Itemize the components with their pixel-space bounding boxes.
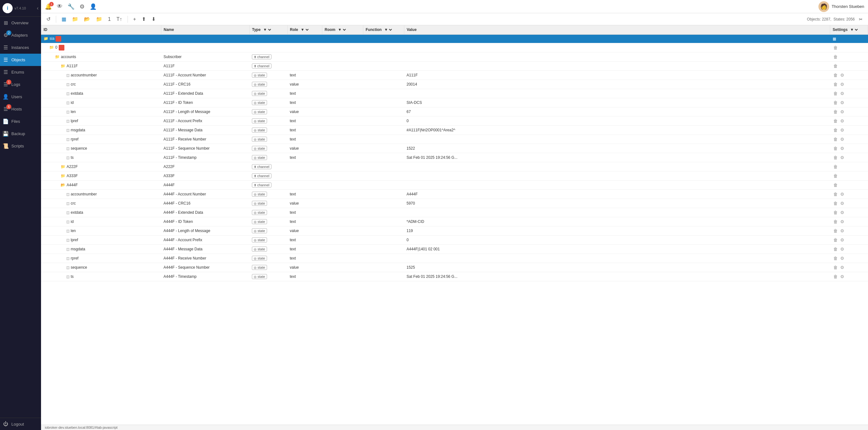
edit-button[interactable]: ⚙ <box>840 99 845 106</box>
edit-button[interactable]: ⚙ <box>840 191 845 197</box>
view-table-button[interactable]: ▦ <box>60 15 68 23</box>
table-row[interactable]: ◫rprefA111F - Receive Number◎ statetext🗑… <box>41 135 868 144</box>
delete-button[interactable]: 🗑 <box>833 109 838 115</box>
notification-button[interactable]: 🔔 1 <box>45 3 52 10</box>
table-row[interactable]: 📁A333FA333F⬆ channel🗑 <box>41 172 868 181</box>
edit-button[interactable]: ⚙ <box>840 246 845 252</box>
edit-button[interactable]: ⚙ <box>840 127 845 133</box>
add-button[interactable]: + <box>132 16 137 23</box>
sidebar-item-hosts[interactable]: ☰ Hosts 6 <box>0 103 41 115</box>
edit-button[interactable]: ⚙ <box>840 154 845 161</box>
import-button[interactable]: ⬆ <box>140 15 147 23</box>
edit-button[interactable]: ⚙ <box>840 145 845 152</box>
delete-button[interactable]: 🗑 <box>833 264 838 271</box>
sidebar-item-files[interactable]: 📄 Files <box>0 115 41 127</box>
edit-button[interactable]: ⚙ <box>840 81 845 88</box>
table-row[interactable]: 📁0🗑 <box>41 43 868 53</box>
table-row[interactable]: 📁sia▦ <box>41 34 868 43</box>
table-row[interactable]: ◫lprefA444F - Account Prefix◎ statetext0… <box>41 236 868 245</box>
delete-button[interactable]: 🗑 <box>833 90 838 97</box>
sidebar-item-scripts[interactable]: 📜 Scripts <box>0 140 41 152</box>
delete-button[interactable]: 🗑 <box>833 209 838 216</box>
delete-button[interactable]: 🗑 <box>833 99 838 106</box>
edit-button[interactable]: ⚙ <box>840 136 845 143</box>
delete-button[interactable]: 🗑 <box>833 63 838 69</box>
sidebar-item-overview[interactable]: ⊞ Overview <box>0 17 41 29</box>
table-row[interactable]: ◫extdataA444F - Extended Data◎ statetext… <box>41 208 868 217</box>
table-row[interactable]: ◫idA444F - ID Token◎ statetext*ADM-CID🗑⚙ <box>41 217 868 226</box>
delete-button[interactable]: 🗑 <box>833 200 838 207</box>
table-row[interactable]: ◫idA111F - ID Token◎ statetextSIA-DCS🗑⚙ <box>41 98 868 108</box>
delete-button[interactable]: 🗑 <box>833 273 838 280</box>
sidebar-item-instances[interactable]: ☰ Instances <box>0 41 41 54</box>
delete-button[interactable]: 🗑 <box>833 191 838 197</box>
edit-button[interactable]: ⚙ <box>840 209 845 216</box>
type-filter-select[interactable]: ▼ <box>262 27 272 32</box>
table-row[interactable]: 📂A444FA444F⬆ channel🗑 <box>41 181 868 190</box>
visibility-button[interactable]: 👁 <box>57 3 62 10</box>
delete-button[interactable]: 🗑 <box>833 163 838 170</box>
delete-button[interactable]: 🗑 <box>833 173 838 179</box>
scissors-button[interactable]: ✂ <box>857 16 864 23</box>
settings-filter-select[interactable]: ▼ <box>849 27 859 32</box>
room-filter-select[interactable]: ▼ <box>337 27 347 32</box>
table-row[interactable]: ◫extdataA111F - Extended Data◎ statetext… <box>41 89 868 98</box>
sidebar-item-enums[interactable]: ☰ Enums <box>0 66 41 78</box>
table-row[interactable]: 📁A111FA111F⬆ channel🗑 <box>41 62 868 71</box>
table-row[interactable]: ◫msgdataA111F - Message Data◎ statetext#… <box>41 126 868 135</box>
delete-button[interactable]: 🗑 <box>833 246 838 252</box>
export-button[interactable]: ⬇ <box>150 15 157 23</box>
sidebar-toggle[interactable]: ‹ <box>37 5 38 11</box>
filter-button[interactable]: 1 <box>106 16 112 23</box>
sidebar-item-logs[interactable]: ☰ Logs 1 <box>0 78 41 91</box>
delete-button[interactable]: 🗑 <box>833 182 838 188</box>
delete-button[interactable]: 🗑 <box>833 118 838 124</box>
delete-button[interactable]: 🗑 <box>833 72 838 78</box>
delete-button[interactable]: 🗑 <box>833 54 838 60</box>
delete-button[interactable]: 🗑 <box>833 154 838 161</box>
tools-button[interactable]: 🔧 <box>67 3 74 10</box>
table-row[interactable]: ◫msgdataA444F - Message Data◎ statetextA… <box>41 245 868 254</box>
delete-button[interactable]: 🗑 <box>833 218 838 225</box>
delete-button[interactable]: 🗑 <box>833 237 838 243</box>
table-row[interactable]: ◫sequenceA111F - Sequence Number◎ statev… <box>41 144 868 153</box>
table-row[interactable]: 📁A222FA222F⬆ channel🗑 <box>41 162 868 172</box>
table-row[interactable]: ◫lenA111F - Length of Message◎ statevalu… <box>41 108 868 117</box>
edit-button[interactable]: ⚙ <box>840 200 845 207</box>
table-row[interactable]: ◫tsA444F - Timestamp◎ statetextSat Feb 0… <box>41 272 868 281</box>
delete-button[interactable]: 🗑 <box>833 136 838 143</box>
table-row[interactable]: ◫rprefA444F - Receive Number◎ statetext🗑… <box>41 254 868 263</box>
refresh-button[interactable]: ↺ <box>45 15 52 23</box>
sidebar-item-backup[interactable]: 💾 Backup <box>0 127 41 140</box>
table-row[interactable]: ◫sequenceA444F - Sequence Number◎ statev… <box>41 263 868 272</box>
delete-button[interactable]: 🗑 <box>833 227 838 234</box>
sort-button[interactable]: T↑ <box>115 16 124 23</box>
edit-button[interactable]: ⚙ <box>840 90 845 97</box>
sidebar-item-adapters[interactable]: ⚙ Adapters 2 <box>0 29 41 41</box>
table-row[interactable]: ◫crcA111F - CRC16◎ statevalue20014🗑⚙ <box>41 80 868 89</box>
edit-button[interactable]: ⚙ <box>840 255 845 262</box>
edit-button[interactable]: ⚙ <box>840 273 845 280</box>
profile-button[interactable]: 👤 <box>90 3 97 10</box>
delete-button[interactable]: 🗑 <box>833 145 838 152</box>
role-filter-select[interactable]: ▼ <box>300 27 310 32</box>
edit-button[interactable]: ⚙ <box>840 227 845 234</box>
sidebar-item-logout[interactable]: ⏻ Logout <box>0 418 41 430</box>
collapse-all-button[interactable]: 📁 <box>94 15 104 23</box>
table-row[interactable]: ◫crcA444F - CRC16◎ statevalue5970🗑⚙ <box>41 199 868 208</box>
delete-button[interactable]: 🗑 <box>833 127 838 133</box>
table-row[interactable]: ◫lprefA111F - Account Prefix◎ statetext0… <box>41 117 868 126</box>
edit-button[interactable]: ⚙ <box>840 72 845 78</box>
table-row[interactable]: 📁accountsSubscriber⬆ channel🗑 <box>41 53 868 62</box>
edit-button[interactable]: ⚙ <box>840 264 845 271</box>
delete-button[interactable]: 🗑 <box>833 44 838 51</box>
table-row[interactable]: ◫tsA111F - Timestamp◎ statetextSat Feb 0… <box>41 153 868 162</box>
expand-all-button[interactable]: 📂 <box>82 15 92 23</box>
table-row[interactable]: ◫lenA444F - Length of Message◎ statevalu… <box>41 226 868 236</box>
edit-button[interactable]: ⚙ <box>840 237 845 243</box>
sidebar-item-objects[interactable]: ☰ Objects <box>0 54 41 66</box>
settings-button[interactable]: ⚙ <box>80 3 85 10</box>
edit-button[interactable]: ⚙ <box>840 118 845 124</box>
delete-button[interactable]: 🗑 <box>833 81 838 88</box>
edit-button[interactable]: ⚙ <box>840 109 845 115</box>
